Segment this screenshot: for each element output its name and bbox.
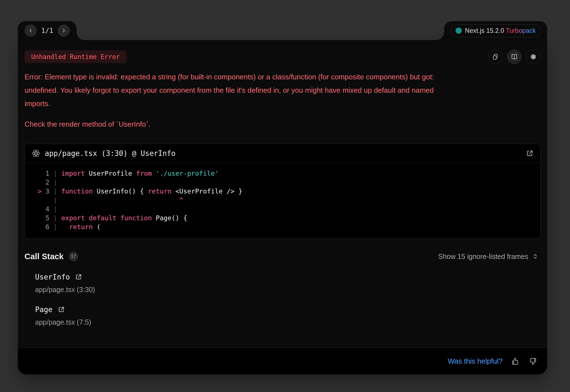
frame-title-row: Page [35, 305, 540, 314]
nodejs-hexagon-icon [530, 53, 537, 60]
call-stack-title-wrap: Call Stack 17 [24, 252, 78, 261]
frame-location: app/page.tsx (7:5) [35, 318, 540, 326]
nextjs-error-overlay: 1/1 Next.js 15.2.0 Turbopack Unhandled R… [0, 0, 570, 392]
feedback-label: Was this helpful? [448, 357, 503, 366]
open-in-editor-button[interactable] [526, 150, 534, 157]
call-stack-header: Call Stack 17 Show 15 ignore-listed fram… [24, 252, 540, 261]
copy-icon [492, 53, 499, 60]
error-pagination-tab: 1/1 [18, 21, 77, 40]
code-line: | ^ [38, 196, 534, 205]
chevron-left-icon [28, 28, 33, 33]
nextjs-version-badge[interactable]: Next.js 15.2.0 Turbopack [450, 24, 541, 37]
version-status-dot-icon [456, 28, 462, 34]
call-stack-frames: UserInfoapp/page.tsx (3:30)Pageapp/page.… [24, 261, 540, 326]
error-description: Error: Element type is invalid: expected… [24, 70, 540, 110]
version-label: Next.js 15.2.0 Turbopack [465, 27, 536, 35]
frame-external-link-icon[interactable] [58, 306, 65, 313]
thumbs-down-button[interactable] [528, 357, 537, 366]
frame-function-name: Page [35, 305, 53, 314]
docs-button[interactable] [507, 50, 522, 64]
error-actions [488, 50, 540, 64]
frame-location: app/page.tsx (3:30) [35, 286, 540, 294]
turbopack-label: Turbopack [506, 27, 536, 34]
frame-function-name: UserInfo [35, 273, 70, 281]
error-header-row: Unhandled Runtime Error [24, 50, 540, 64]
error-pagination-count: 1/1 [41, 27, 53, 35]
error-hint: Check the render method of `UserInfo`. [24, 117, 540, 131]
code-block: 1 | import UserProfile from './user-prof… [25, 163, 540, 239]
chevron-right-icon [61, 28, 67, 33]
copy-error-button[interactable] [488, 50, 503, 64]
call-stack-count-badge: 17 [69, 252, 78, 261]
code-line: > 3 | function UserInfo() { return <User… [38, 187, 534, 196]
code-frame-header: app/page.tsx (3:30) @ UserInfo [25, 144, 540, 163]
code-line: 1 | import UserProfile from './user-prof… [38, 169, 534, 178]
version-tab: Next.js 15.2.0 Turbopack [444, 21, 547, 40]
chevrons-up-down-icon [532, 253, 539, 260]
error-type-badge: Unhandled Runtime Error [24, 50, 127, 63]
thumbs-up-button[interactable] [511, 357, 520, 366]
frame-external-link-icon[interactable] [75, 273, 82, 281]
react-logo-icon [31, 149, 40, 158]
error-dialog-content: Unhandled Runtime Error [18, 40, 547, 348]
toggle-label: Show 15 ignore-listed frames [438, 253, 528, 261]
overlay-nav: 1/1 Next.js 15.2.0 Turbopack [18, 21, 547, 40]
book-open-icon [510, 53, 518, 61]
previous-error-button[interactable] [24, 24, 37, 37]
thumbs-up-icon [511, 357, 520, 366]
error-dialog: Unhandled Runtime Error [18, 40, 547, 374]
code-line: 4 | [38, 205, 534, 214]
runtime-button[interactable] [526, 50, 540, 64]
code-line: 5 | export default function Page() { [38, 214, 534, 222]
call-stack-frame: UserInfoapp/page.tsx (3:30) [24, 273, 540, 294]
thumbs-down-icon [528, 357, 537, 366]
show-ignored-frames-toggle[interactable]: Show 15 ignore-listed frames [436, 252, 540, 261]
code-frame-file-label: app/page.tsx (3:30) @ UserInfo [45, 149, 521, 158]
code-line: 2 | [38, 178, 534, 187]
frame-title-row: UserInfo [35, 273, 540, 281]
overlay-footer: Was this helpful? [18, 348, 547, 374]
code-frame: app/page.tsx (3:30) @ UserInfo 1 | impor… [24, 144, 540, 239]
next-error-button[interactable] [58, 24, 70, 37]
code-line: 6 | return ( [38, 222, 534, 231]
external-link-icon [526, 150, 534, 157]
call-stack-title: Call Stack [24, 252, 64, 261]
call-stack-frame: Pageapp/page.tsx (7:5) [24, 305, 540, 326]
